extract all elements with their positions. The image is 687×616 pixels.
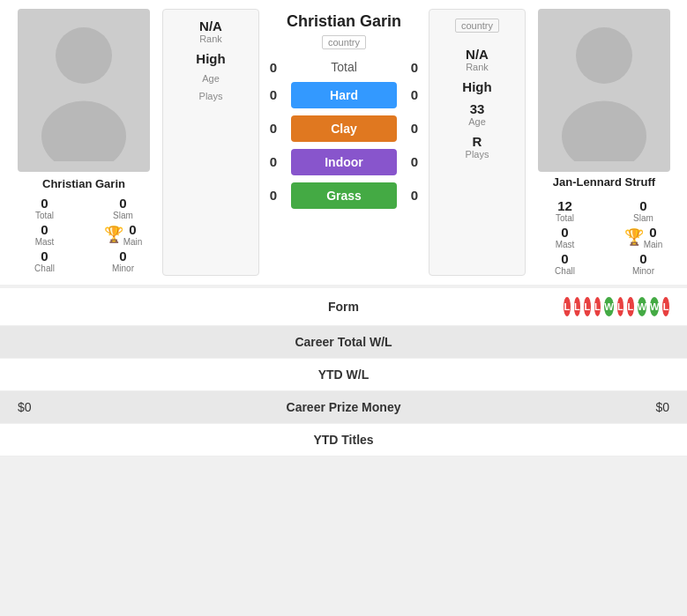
clay-score-left: 0 [263,121,284,136]
player1-rank-value: N/A [168,19,253,33]
career-wl-row: Career Total W/L [0,326,687,359]
player1-minor: 0 Minor [87,249,159,273]
player2-high-value: High [435,79,519,94]
indoor-score-row: 0 Indoor 0 [263,145,425,179]
player2-slam: 0 Slam [608,198,679,223]
form-badge-l: L [564,297,571,316]
player1-rank-label: Rank [168,33,253,44]
indoor-score-right: 0 [404,154,425,169]
player1-name-center: Christian Garin [287,9,401,35]
prize-right: $0 [564,400,669,414]
middle-scores: Christian Garin country 0 Total 0 0 Hard… [263,9,425,276]
grass-score-left: 0 [263,188,284,203]
form-badge-w: W [638,297,646,316]
player2-avatar [538,9,670,172]
form-badge-l: L [584,297,591,316]
player1-age-label: Age [168,73,253,84]
player2-rank-value: N/A [435,47,519,62]
player2-stats: 12 Total 0 Slam 0 Mast 🏆 0 Main 0 Chall [529,198,679,276]
form-badge-w: W [650,297,659,316]
player2-age-value: 33 [435,101,519,116]
svg-point-3 [562,100,646,161]
player1-rank-block: N/A Rank [168,19,253,44]
clay-score-row: 0 Clay 0 [263,112,425,145]
player2-mast: 0 Mast [529,225,601,249]
ytd-titles-row: YTD Titles [0,424,687,456]
player1-high-value: High [168,51,253,66]
form-label: Form [123,300,564,314]
player1-plays-label: Plays [168,91,253,101]
trophy2-icon: 🏆 [624,227,644,247]
player1-plays-block: Plays [168,91,253,101]
total-score-row: 0 Total 0 [263,56,425,78]
player2-minor: 0 Minor [608,251,679,276]
hard-score-left: 0 [263,87,284,102]
form-badges-container: LLLLWLLWWL [564,297,669,316]
clay-score-right: 0 [404,121,425,136]
player1-chall: 0 Chall [9,249,80,273]
form-badge-l: L [574,297,581,316]
ytd-wl-row: YTD W/L [0,359,687,391]
player2-card: Jan-Lennard Struff 12 Total 0 Slam 0 Mas… [529,9,679,276]
player2-plays-value: R [435,134,519,149]
player1-slam: 0 Slam [87,196,159,220]
grass-score-row: 0 Grass 0 [263,179,425,212]
player1-mast: 0 Mast [9,222,80,247]
center-card-left: N/A Rank High Age Plays [162,9,259,276]
svg-point-1 [41,100,126,161]
indoor-score-left: 0 [263,154,284,169]
player2-main: 0 Main [644,225,663,249]
hard-score-row: 0 Hard 0 [263,78,425,112]
prize-label: Career Prize Money [123,400,564,414]
player2-name: Jan-Lennard Struff [553,172,655,193]
grass-score-right: 0 [404,188,425,203]
total-score-left: 0 [263,60,284,75]
player2-rank-block: N/A Rank [435,47,519,72]
form-badge-l: L [662,297,669,316]
total-score-right: 0 [404,60,425,75]
player2-age-label: Age [435,116,519,127]
player1-country: country [322,35,366,49]
trophy1-area: 🏆 0 Main [87,222,159,247]
ytd-wl-label: YTD W/L [123,367,564,382]
form-badge-l: L [627,297,634,316]
player1-high-block: High [168,51,253,66]
top-section: Christian Garin 0 Total 0 Slam 0 Mast 🏆 … [0,0,687,285]
hard-badge: Hard [291,82,397,108]
player1-name: Christian Garin [42,177,125,190]
player2-plays-block: R Plays [435,134,519,160]
form-badges: LLLLWLLWWL [564,297,669,316]
prize-row: $0 Career Prize Money $0 [0,391,687,424]
player2-chall: 0 Chall [529,251,601,276]
player1-avatar [18,9,150,172]
player2-age-block: 33 Age [435,101,519,127]
svg-point-2 [576,27,632,84]
svg-point-0 [56,27,112,84]
career-wl-label: Career Total W/L [123,335,564,349]
hard-score-right: 0 [404,87,425,102]
prize-left: $0 [18,400,123,414]
form-row: Form LLLLWLLWWL [0,288,687,326]
player2-plays-label: Plays [435,149,519,160]
grass-badge: Grass [291,182,397,209]
player1-age-block: Age [168,73,253,84]
clay-badge: Clay [291,115,397,142]
player1-card: Christian Garin 0 Total 0 Slam 0 Mast 🏆 … [9,9,159,276]
score-rows: 0 Total 0 0 Hard 0 0 Clay 0 [263,56,425,212]
trophy1-icon: 🏆 [104,225,123,244]
player1-total: 0 Total [9,196,80,220]
player2-country: country [455,19,499,33]
form-badge-l: L [594,297,601,316]
player1-stats: 0 Total 0 Slam 0 Mast 🏆 0 Main 0 Chall [9,196,159,273]
center-card-right: country N/A Rank High 33 Age R Plays [429,9,526,276]
player2-total: 12 Total [529,198,601,223]
player2-high-block: High [435,79,519,94]
form-badge-l: L [617,297,624,316]
player1-main: 0 Main [123,222,143,247]
indoor-badge: Indoor [291,149,397,175]
form-badge-w: W [604,297,613,316]
trophy2-area: 🏆 0 Main [608,225,679,249]
ytd-titles-label: YTD Titles [123,433,564,447]
player2-rank-label: Rank [435,62,519,72]
bottom-stats: Form LLLLWLLWWL Career Total W/L YTD W/L… [0,288,687,456]
